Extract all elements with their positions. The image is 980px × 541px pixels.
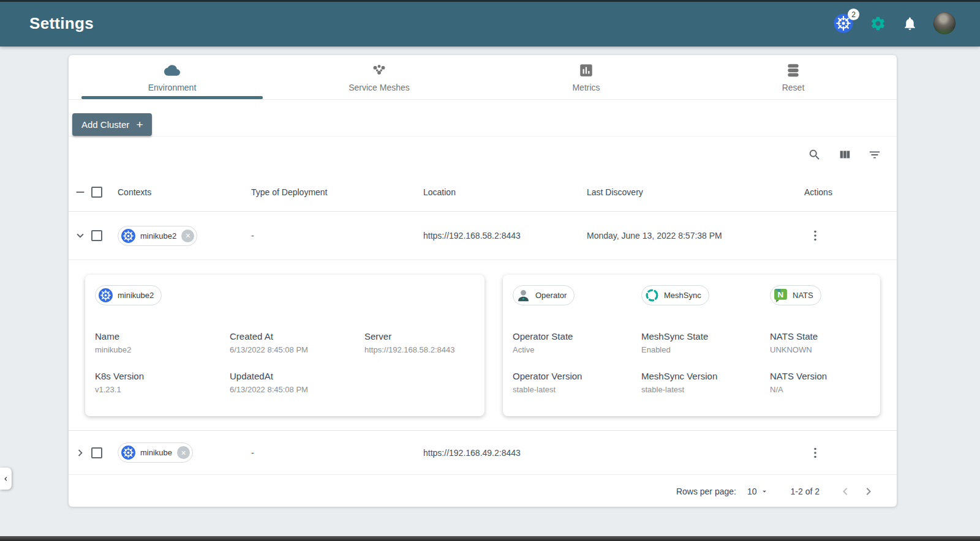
field-meshsync-state: MeshSync State Enabled bbox=[641, 331, 770, 354]
caret-down-icon bbox=[760, 487, 769, 496]
field-created-at: Created At 6/13/2022 8:45:08 PM bbox=[230, 331, 364, 354]
add-cluster-button[interactable]: Add Cluster + bbox=[72, 113, 152, 136]
plus-icon: + bbox=[136, 119, 143, 130]
user-avatar[interactable] bbox=[933, 12, 956, 34]
row-checkbox[interactable] bbox=[91, 230, 102, 241]
expand-row-button[interactable] bbox=[74, 446, 91, 460]
previous-page-button[interactable] bbox=[838, 484, 853, 499]
nats-chip[interactable]: N NATS bbox=[770, 285, 821, 305]
table-row: minikube × - https://192.168.49.2:8443 bbox=[69, 431, 897, 475]
chevron-left-icon bbox=[2, 475, 10, 483]
pagination-range: 1-2 of 2 bbox=[791, 487, 820, 496]
database-icon bbox=[785, 62, 801, 78]
column-header-location: Location bbox=[423, 187, 587, 197]
active-tab-indicator bbox=[81, 96, 263, 99]
kubernetes-context-button[interactable]: 2 bbox=[833, 13, 854, 34]
context-chip[interactable]: minikube2 × bbox=[118, 226, 197, 246]
context-chip[interactable]: minikube × bbox=[118, 442, 193, 463]
collapse-all-button[interactable] bbox=[74, 185, 91, 199]
nats-chip-label: NATS bbox=[793, 291, 813, 300]
nats-logo-icon: N bbox=[773, 288, 788, 303]
sidebar-expand-handle[interactable] bbox=[0, 468, 12, 490]
operator-chip-row: Operator MeshSync bbox=[513, 285, 870, 305]
screen: Settings 2 bbox=[0, 0, 980, 541]
settings-panel: Environment Service Meshes Metrics bbox=[69, 55, 897, 507]
tab-label: Service Meshes bbox=[349, 83, 410, 92]
cluster-fields-row1: Name minikube2 Created At 6/13/2022 8:45… bbox=[95, 331, 475, 354]
rows-per-page-value: 10 bbox=[747, 487, 757, 496]
field-operator-state: Operator State Active bbox=[513, 331, 641, 354]
settings-gear-button[interactable] bbox=[870, 15, 886, 32]
field-meshsync-version: MeshSync Version stable-latest bbox=[641, 371, 770, 394]
header-actions: 2 bbox=[833, 12, 956, 34]
tab-label: Metrics bbox=[572, 83, 600, 92]
context-chip-label: minikube bbox=[140, 448, 172, 457]
cluster-chip-label: minikube2 bbox=[118, 291, 154, 300]
cloud-icon bbox=[164, 62, 180, 78]
bottom-screen-edge bbox=[0, 536, 980, 541]
chevron-right-icon bbox=[861, 484, 876, 499]
chevron-right-icon bbox=[74, 446, 87, 460]
tab-label: Reset bbox=[782, 83, 805, 92]
search-icon[interactable] bbox=[808, 148, 821, 162]
type-cell: - bbox=[251, 448, 423, 458]
filter-icon[interactable] bbox=[868, 148, 881, 162]
context-chip-label: minikube2 bbox=[140, 231, 176, 241]
tab-reset[interactable]: Reset bbox=[690, 55, 897, 99]
field-k8s-version: K8s Version v1.23.1 bbox=[95, 371, 230, 394]
tab-environment[interactable]: Environment bbox=[69, 55, 276, 99]
location-cell: https://192.168.49.2:8443 bbox=[423, 448, 587, 458]
field-updated-at: UpdatedAt 6/13/2022 8:45:08 PM bbox=[230, 371, 364, 394]
operator-chip-label: Operator bbox=[535, 291, 567, 300]
table-toolbar bbox=[69, 136, 897, 173]
bell-icon bbox=[902, 16, 918, 31]
tab-service-meshes[interactable]: Service Meshes bbox=[276, 55, 483, 99]
field-name: Name minikube2 bbox=[95, 331, 230, 354]
column-header-contexts: Contexts bbox=[118, 187, 251, 197]
add-cluster-label: Add Cluster bbox=[81, 119, 129, 130]
next-page-button[interactable] bbox=[853, 484, 876, 499]
rows-per-page-label: Rows per page: bbox=[676, 487, 736, 496]
row-details-panel: minikube2 Name minikube2 Created At 6/13… bbox=[69, 260, 897, 431]
operator-detail-card: Operator MeshSync bbox=[503, 275, 880, 416]
field-server: Server https://192.168.58.2:8443 bbox=[364, 331, 475, 354]
collapse-row-button[interactable] bbox=[74, 229, 91, 242]
context-count-badge: 2 bbox=[848, 9, 859, 20]
meshsync-chip[interactable]: MeshSync bbox=[641, 285, 709, 305]
rows-per-page-select[interactable]: 10 bbox=[747, 487, 769, 496]
svg-text:N: N bbox=[778, 290, 784, 299]
operator-person-icon bbox=[516, 288, 531, 303]
column-header-type: Type of Deployment bbox=[251, 187, 423, 197]
tab-metrics[interactable]: Metrics bbox=[483, 55, 690, 99]
location-cell: https://192.168.58.2:8443 bbox=[423, 231, 587, 241]
remove-context-icon[interactable]: × bbox=[177, 446, 190, 459]
row-actions-menu-button[interactable] bbox=[808, 228, 892, 243]
cluster-fields-row2: K8s Version v1.23.1 UpdatedAt 6/13/2022 … bbox=[95, 371, 475, 394]
cluster-detail-card: minikube2 Name minikube2 Created At 6/13… bbox=[85, 275, 484, 416]
view-columns-icon[interactable] bbox=[838, 148, 851, 162]
meshsync-chip-label: MeshSync bbox=[664, 291, 701, 300]
meshsync-dashed-circle-icon bbox=[644, 288, 660, 303]
table-pagination: Rows per page: 10 1-2 of 2 bbox=[69, 475, 897, 507]
minus-icon bbox=[74, 185, 87, 199]
bar-chart-icon bbox=[578, 62, 594, 78]
window-top-edge bbox=[0, 0, 980, 2]
select-all-checkbox[interactable] bbox=[91, 187, 102, 198]
cluster-chip[interactable]: minikube2 bbox=[95, 285, 162, 305]
row-actions-menu-button[interactable] bbox=[808, 446, 892, 460]
cluster-chip-row: minikube2 bbox=[95, 285, 475, 305]
remove-context-icon[interactable]: × bbox=[181, 229, 194, 242]
kubernetes-icon bbox=[98, 288, 113, 303]
table-header-row: Contexts Type of Deployment Location Las… bbox=[69, 173, 897, 212]
row-checkbox[interactable] bbox=[91, 447, 102, 458]
last-discovery-cell: Monday, June 13, 2022 8:57:38 PM bbox=[587, 231, 804, 241]
field-operator-version: Operator Version stable-latest bbox=[513, 371, 641, 394]
operator-chip[interactable]: Operator bbox=[513, 285, 575, 305]
column-header-actions: Actions bbox=[804, 187, 892, 197]
context-cell: minikube × bbox=[118, 442, 251, 463]
kubernetes-icon bbox=[121, 445, 136, 460]
type-cell: - bbox=[251, 231, 423, 241]
notifications-button[interactable] bbox=[902, 16, 918, 31]
settings-tabs: Environment Service Meshes Metrics bbox=[69, 55, 897, 100]
gear-icon bbox=[870, 15, 886, 32]
